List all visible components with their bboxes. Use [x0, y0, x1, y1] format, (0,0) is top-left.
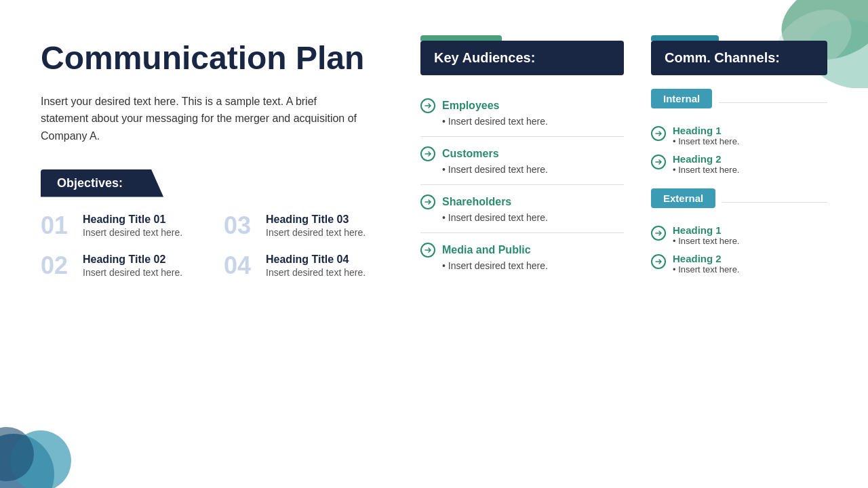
- channel-content: Heading 1 • Insert text here.: [673, 224, 739, 246]
- channel-item: Heading 1 • Insert text here.: [651, 125, 827, 146]
- main-container: Communication Plan Insert your desired t…: [0, 0, 868, 488]
- audiences-column: Key Audiences: Employees• Insert desired…: [420, 41, 624, 461]
- external-label: External: [651, 188, 715, 208]
- objective-text: Insert desired text here.: [266, 226, 366, 240]
- external-group: External Heading 1 • Insert text here. H…: [651, 188, 827, 274]
- objective-item: 04 Heading Title 04 Insert desired text …: [224, 253, 393, 280]
- audience-title: Media and Public: [420, 243, 624, 258]
- audience-arrow-icon: [420, 243, 435, 258]
- objective-number: 01: [41, 214, 75, 238]
- objective-item: 02 Heading Title 02 Insert desired text …: [41, 253, 210, 280]
- channel-arrow-icon: [651, 155, 666, 169]
- audience-title: Shareholders: [420, 195, 624, 209]
- channel-arrow-icon: [651, 226, 666, 241]
- audience-title: Customers: [420, 146, 624, 161]
- channel-content: Heading 2 • Insert text here.: [673, 153, 739, 175]
- objective-number: 02: [41, 253, 75, 278]
- channels-header: Comm. Channels:: [651, 41, 827, 75]
- channel-heading: Heading 1: [673, 125, 739, 136]
- accent-bar-channels: [651, 35, 719, 41]
- channel-item: Heading 2 • Insert text here.: [651, 253, 827, 274]
- audience-arrow-icon: [420, 146, 435, 161]
- channel-heading: Heading 2: [673, 153, 739, 165]
- audience-item: Employees• Insert desired text here.: [420, 89, 624, 137]
- audience-description: • Insert desired text here.: [420, 164, 624, 175]
- intro-text: Insert your desired text here. This is a…: [41, 93, 366, 145]
- objectives-section: Objectives: 01 Heading Title 01 Insert d…: [41, 169, 393, 280]
- objective-heading: Heading Title 04: [266, 253, 366, 266]
- objective-heading: Heading Title 02: [83, 253, 182, 266]
- external-divider: External: [651, 188, 827, 216]
- internal-label: Internal: [651, 89, 712, 108]
- internal-channels-list: Heading 1 • Insert text here. Heading 2 …: [651, 125, 827, 175]
- objective-content: Heading Title 02 Insert desired text her…: [83, 253, 182, 280]
- audience-arrow-icon: [420, 98, 435, 113]
- channel-heading: Heading 1: [673, 224, 739, 236]
- audiences-header: Key Audiences:: [420, 41, 624, 75]
- channel-item: Heading 2 • Insert text here.: [651, 153, 827, 175]
- audience-item: Customers• Insert desired text here.: [420, 137, 624, 185]
- audience-description: • Insert desired text here.: [420, 212, 624, 223]
- objective-heading: Heading Title 03: [266, 214, 366, 226]
- channel-content: Heading 2 • Insert text here.: [673, 253, 739, 274]
- page-title: Communication Plan: [41, 41, 393, 77]
- channel-text: • Insert text here.: [673, 136, 739, 146]
- channels-column: Comm. Channels: Internal Heading 1 • Ins…: [651, 41, 827, 461]
- left-column: Communication Plan Insert your desired t…: [41, 41, 393, 461]
- objectives-header: Objectives:: [41, 169, 163, 197]
- objective-heading: Heading Title 01: [83, 214, 182, 226]
- external-channels-list: Heading 1 • Insert text here. Heading 2 …: [651, 224, 827, 274]
- objective-number: 03: [224, 214, 258, 238]
- objective-content: Heading Title 01 Insert desired text her…: [83, 214, 182, 240]
- objective-content: Heading Title 03 Insert desired text her…: [266, 214, 366, 240]
- objective-number: 04: [224, 253, 258, 278]
- audience-title-text: Media and Public: [442, 244, 531, 256]
- channel-text: • Insert text here.: [673, 236, 739, 246]
- internal-divider: Internal: [651, 89, 827, 117]
- audience-item: Shareholders• Insert desired text here.: [420, 185, 624, 233]
- channel-heading: Heading 2: [673, 253, 739, 264]
- channel-arrow-icon: [651, 126, 666, 141]
- audience-title-text: Shareholders: [442, 196, 511, 208]
- channel-item: Heading 1 • Insert text here.: [651, 224, 827, 246]
- objective-item: 03 Heading Title 03 Insert desired text …: [224, 214, 393, 240]
- channel-content: Heading 1 • Insert text here.: [673, 125, 739, 146]
- audiences-list: Employees• Insert desired text here. Cus…: [420, 89, 624, 281]
- audience-arrow-icon: [420, 195, 435, 209]
- audience-description: • Insert desired text here.: [420, 260, 624, 271]
- objective-text: Insert desired text here.: [83, 226, 182, 240]
- objective-text: Insert desired text here.: [83, 266, 182, 280]
- channel-text: • Insert text here.: [673, 165, 739, 175]
- objective-item: 01 Heading Title 01 Insert desired text …: [41, 214, 210, 240]
- accent-bar-audiences: [420, 35, 502, 41]
- objective-text: Insert desired text here.: [266, 266, 366, 280]
- audience-title: Employees: [420, 98, 624, 113]
- audience-item: Media and Public• Insert desired text he…: [420, 233, 624, 281]
- objective-content: Heading Title 04 Insert desired text her…: [266, 253, 366, 280]
- channel-arrow-icon: [651, 254, 666, 269]
- audience-title-text: Customers: [442, 148, 499, 160]
- audience-title-text: Employees: [442, 100, 499, 112]
- internal-group: Internal Heading 1 • Insert text here. H…: [651, 89, 827, 175]
- audience-description: • Insert desired text here.: [420, 116, 624, 127]
- channel-text: • Insert text here.: [673, 264, 739, 274]
- objectives-grid: 01 Heading Title 01 Insert desired text …: [41, 214, 393, 280]
